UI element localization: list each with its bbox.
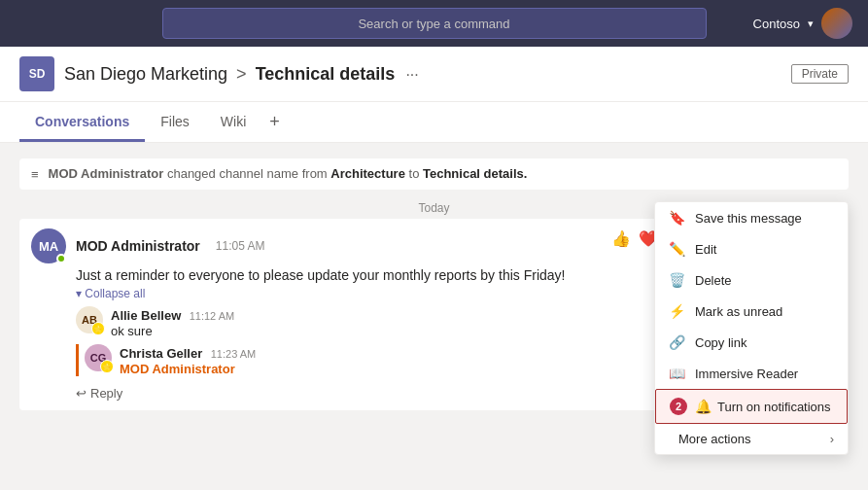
reply-2-text: MOD Administrator	[120, 362, 256, 376]
sys-to: to	[409, 166, 423, 181]
breadcrumb-separator: >	[236, 64, 247, 84]
reply-2-content: Christa Geller 11:23 AM MOD Administrato…	[120, 344, 256, 376]
menu-edit-label: Edit	[695, 242, 716, 257]
menu-copy-link[interactable]: 🔗 Copy link	[655, 327, 848, 358]
menu-notify-label: Turn on notifications	[717, 400, 831, 414]
tab-conversations[interactable]: Conversations	[19, 104, 145, 142]
allie-avatar: AB ⭐	[76, 306, 103, 333]
menu-copy-label: Copy link	[695, 335, 746, 350]
reply-icon: ↩	[76, 386, 87, 401]
sys-action: changed channel name from	[167, 166, 330, 181]
message-time: 11:05 AM	[216, 239, 265, 253]
menu-more-actions[interactable]: More actions ›	[655, 424, 848, 454]
menu-delete-label: Delete	[695, 273, 732, 288]
user-name[interactable]: Contoso	[753, 17, 800, 31]
reply-1-time: 11:12 AM	[190, 310, 234, 322]
system-icon: ≡	[31, 167, 39, 182]
search-placeholder: Search or type a command	[358, 17, 509, 31]
content-area: ≡ MOD Administrator changed channel name…	[0, 143, 868, 490]
allie-badge: ⭐	[91, 322, 105, 335]
immersive-icon: 📖	[669, 366, 685, 381]
channel-title: SD San Diego Marketing > Technical detai…	[19, 56, 419, 91]
channel-icon: SD	[19, 56, 54, 91]
menu-immersive[interactable]: 📖 Immersive Reader	[655, 358, 848, 389]
menu-immersive-label: Immersive Reader	[695, 367, 798, 381]
reply-1-text: ok sure	[111, 324, 234, 338]
delete-icon: 🗑️	[669, 272, 685, 288]
online-status	[56, 254, 66, 263]
user-avatar[interactable]	[821, 8, 852, 39]
chevron-icon[interactable]: ▾	[808, 18, 814, 30]
sys-old-name: Architecture	[330, 166, 405, 181]
mod-avatar: MA	[31, 228, 66, 263]
tab-wiki[interactable]: Wiki	[205, 104, 261, 142]
channel-options-dots[interactable]: ···	[405, 66, 418, 83]
channel-header: SD San Diego Marketing > Technical detai…	[0, 47, 868, 102]
search-box[interactable]: Search or type a command	[162, 8, 707, 39]
copy-icon: 🔗	[669, 334, 685, 350]
reply-1-sender: Allie Bellew	[111, 308, 181, 323]
chevron-right-icon: ›	[830, 432, 834, 446]
topbar: Search or type a command Contoso ▾	[0, 0, 868, 47]
tabs-bar: Conversations Files Wiki +	[0, 102, 868, 143]
menu-unread-label: Mark as unread	[695, 304, 782, 319]
menu-save-label: Save this message	[695, 211, 802, 226]
sys-sender: MOD Administrator	[49, 166, 164, 181]
save-icon: 🔖	[669, 210, 685, 226]
message-sender: MOD Administrator	[76, 238, 200, 254]
system-text: MOD Administrator changed channel name f…	[49, 166, 837, 181]
context-menu: 🔖 Save this message ✏️ Edit 🗑️ Delete ⚡ …	[654, 201, 849, 455]
christa-avatar: CG ⭐	[85, 344, 112, 371]
badge-2: 2	[670, 398, 687, 415]
reply-2-time: 11:23 AM	[211, 348, 256, 360]
current-channel[interactable]: Technical details	[256, 64, 396, 84]
bell-icon: 🔔	[695, 399, 712, 414]
unread-icon: ⚡	[669, 303, 685, 319]
breadcrumb: San Diego Marketing > Technical details …	[64, 64, 419, 85]
menu-mark-unread[interactable]: ⚡ Mark as unread	[655, 296, 848, 327]
mention: MOD Administrator	[120, 362, 235, 376]
menu-save[interactable]: 🔖 Save this message	[655, 202, 848, 233]
menu-more-label: More actions	[678, 432, 750, 446]
main-wrapper: SD San Diego Marketing > Technical detai…	[0, 47, 868, 490]
reply-2-sender: Christa Geller	[120, 346, 202, 361]
private-badge: Private	[791, 64, 849, 84]
sys-new-name: Technical details.	[423, 166, 527, 181]
system-message: ≡ MOD Administrator changed channel name…	[19, 158, 849, 190]
parent-channel[interactable]: San Diego Marketing	[64, 64, 227, 84]
reaction-thumbsup[interactable]: 👍	[609, 228, 633, 250]
add-tab-button[interactable]: +	[261, 102, 288, 142]
christa-badge: ⭐	[100, 360, 114, 373]
menu-edit[interactable]: ✏️ Edit	[655, 233, 848, 264]
reply-label: Reply	[90, 386, 122, 401]
menu-delete[interactable]: 🗑️ Delete	[655, 264, 848, 296]
menu-notifications[interactable]: 2 🔔 Turn on notifications	[655, 389, 848, 424]
tab-files[interactable]: Files	[145, 104, 205, 142]
topbar-right: Contoso ▾	[753, 8, 852, 39]
reply-1-content: Allie Bellew 11:12 AM ok sure	[111, 306, 234, 338]
edit-icon: ✏️	[669, 241, 685, 257]
